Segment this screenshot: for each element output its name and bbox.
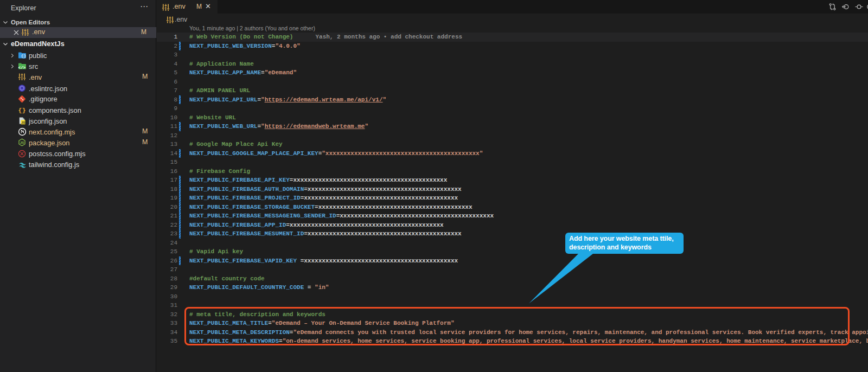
svg-text:JS: JS — [21, 121, 25, 124]
svg-text:{}: {} — [18, 107, 25, 114]
svg-text:JS: JS — [20, 141, 24, 145]
svg-text:</>: </> — [18, 66, 25, 70]
